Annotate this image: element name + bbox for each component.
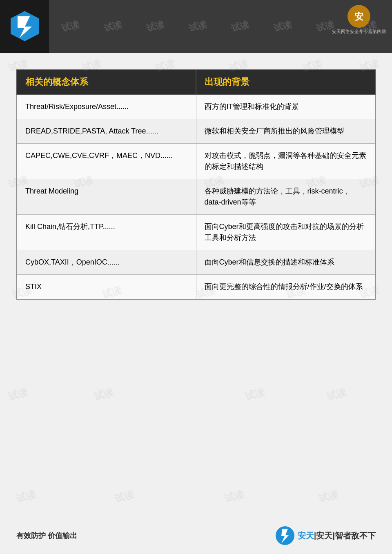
wm-3: 试读: [145, 20, 165, 33]
cell-left-6: STIX: [17, 275, 196, 300]
table-row: CAPEC,CWE,CVE,CVRF，MAEC，NVD......对攻击模式，脆…: [17, 144, 375, 179]
wm-1: 试读: [60, 20, 80, 33]
cell-left-1: DREAD,STRIDE,PASTA, Attack Tree......: [17, 119, 196, 144]
cell-right-2: 对攻击模式，脆弱点，漏洞等各种基础的安全元素的标定和描述结构: [196, 144, 375, 179]
cell-right-5: 面向Cyber和信息交换的描述和标准体系: [196, 250, 375, 275]
col1-header: 相关的概念体系: [17, 70, 196, 94]
cell-right-3: 各种威胁建模的方法论，工具，risk-centric，data-driven等等: [196, 179, 375, 215]
cell-left-5: CybOX,TAXII，OpenIOC......: [17, 250, 196, 275]
cell-left-2: CAPEC,CWE,CVE,CVRF，MAEC，NVD......: [17, 144, 196, 179]
footer-logo: 安天|安天|智者敌不下: [275, 525, 376, 546]
concept-table: 相关的概念体系 出现的背景 Threat/Risk/Exposure/Asset…: [16, 69, 376, 300]
wm-2: 试读: [102, 20, 123, 33]
table-row: DREAD,STRIDE,PASTA, Attack Tree......微软和…: [17, 119, 375, 144]
svg-text:安: 安: [354, 11, 363, 22]
page-wm-21: 试读: [15, 487, 38, 505]
cell-left-0: Threat/Risk/Exposure/Asset......: [17, 94, 196, 119]
brand-subtitle: 安天网络安全冬令营第四期: [332, 29, 386, 35]
page-wm-17: 试读: [7, 385, 29, 403]
antiy-logo: ANTIY: [9, 10, 40, 43]
footer-brand-text: 安天|安天|智者敌不下: [298, 530, 376, 541]
table-row: STIX面向更完整的综合性的情报分析/作业/交换的体系: [17, 275, 375, 300]
logo-area: ANTIY: [0, 0, 49, 53]
wm-5: 试读: [230, 20, 250, 33]
footer: 有效防护 价值输出 安天|安天|智者敌不下: [0, 525, 392, 546]
wm-4: 试读: [187, 20, 208, 33]
brand-eagle-icon: 安: [347, 4, 371, 29]
page-wm-18: 试读: [93, 385, 115, 403]
cell-right-1: 微软和相关安全厂商所推出的风险管理模型: [196, 119, 375, 144]
page-wm-23: 试读: [223, 487, 246, 505]
footer-slogan: 有效防护 价值输出: [16, 531, 77, 541]
main-content: 相关的概念体系 出现的背景 Threat/Risk/Exposure/Asset…: [0, 53, 392, 324]
page-wm-19: 试读: [244, 385, 266, 403]
col2-header: 出现的背景: [196, 70, 375, 94]
cell-right-0: 西方的IT管理和标准化的背景: [196, 94, 375, 119]
wm-6: 试读: [272, 20, 293, 33]
table-row: CybOX,TAXII，OpenIOC......面向Cyber和信息交换的描述…: [17, 250, 375, 275]
cell-left-3: Threat Modeling: [17, 179, 196, 215]
cell-left-4: Kill Chain,钻石分析,TTP......: [17, 215, 196, 250]
page-wm-24: 试读: [317, 487, 340, 505]
table-row: Threat Modeling各种威胁建模的方法论，工具，risk-centri…: [17, 179, 375, 215]
cell-right-4: 面向Cyber和更高强度的攻击和对抗的场景的分析工具和分析方法: [196, 215, 375, 250]
header: ANTIY 试读 试读 试读 试读 试读 试读 试读 试读 安 安天网络安全冬令…: [0, 0, 392, 53]
footer-eagle-icon: [275, 525, 295, 546]
brand-top-right: 安 安天网络安全冬令营第四期: [332, 4, 386, 35]
table-row: Threat/Risk/Exposure/Asset......西方的IT管理和…: [17, 94, 375, 119]
table-row: Kill Chain,钻石分析,TTP......面向Cyber和更高强度的攻击…: [17, 215, 375, 250]
page-wm-20: 试读: [325, 385, 348, 403]
cell-right-6: 面向更完整的综合性的情报分析/作业/交换的体系: [196, 275, 375, 300]
page-wm-22: 试读: [113, 487, 136, 505]
